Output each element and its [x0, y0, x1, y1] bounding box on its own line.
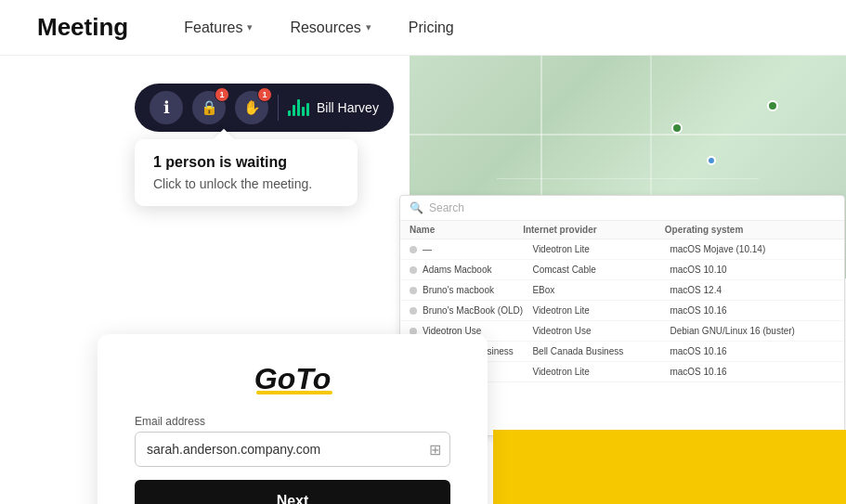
nav-pricing[interactable]: Pricing — [409, 19, 454, 36]
device-dot-icon — [410, 246, 417, 253]
lock-badge: 1 — [215, 87, 229, 102]
device-dot-icon — [410, 307, 417, 315]
toolbar-divider — [278, 95, 279, 121]
table-row: — Videotron Lite macOS Mojave (10.14) — [400, 239, 844, 260]
lock-button[interactable]: 🔒 1 — [192, 91, 226, 124]
audio-bars-icon — [288, 99, 309, 116]
lock-icon: 🔒 — [201, 99, 218, 116]
features-chevron-icon: ▾ — [247, 21, 253, 33]
email-icon: ⊞ — [429, 441, 441, 459]
nav-pricing-label: Pricing — [409, 19, 454, 36]
table-row: Adams Macbook Comcast Cable macOS 10.10 — [400, 260, 844, 280]
table-search-bar[interactable]: 🔍 Search — [400, 196, 844, 221]
audio-indicator: Bill Harvey — [288, 99, 379, 116]
table-header: Name Internet provider Operating system — [400, 221, 844, 239]
device-dot-icon — [410, 287, 417, 294]
navigation: Meeting Features ▾ Resources ▾ Pricing — [0, 0, 846, 56]
col-header-internet: Internet provider — [523, 225, 665, 235]
nav-links: Features ▾ Resources ▾ Pricing — [184, 19, 454, 36]
goto-logo: GoTo — [135, 362, 450, 396]
col-header-name: Name — [410, 225, 523, 235]
raise-hand-button[interactable]: ✋ 1 — [235, 91, 268, 124]
yellow-accent-bg — [493, 430, 846, 504]
info-button[interactable]: ℹ — [150, 91, 183, 124]
nav-features[interactable]: Features ▾ — [184, 19, 253, 36]
waiting-tooltip[interactable]: 1 person is waiting Click to unlock the … — [135, 139, 358, 206]
hand-icon: ✋ — [243, 99, 261, 116]
col-header-os: Operating system — [665, 225, 835, 235]
content-area: 🔍 Search Name Internet provider Operatin… — [0, 56, 846, 504]
meeting-toolbar: ℹ 🔒 1 ✋ 1 Bill Harvey — [135, 84, 394, 132]
table-row: Bruno's MacBook (OLD) Videotron Lite mac… — [400, 301, 844, 321]
tooltip-subtitle: Click to unlock the meeting. — [153, 176, 339, 191]
email-input-wrapper: ⊞ — [135, 432, 450, 467]
user-name-label: Bill Harvey — [317, 100, 379, 115]
info-icon: ℹ — [163, 97, 170, 118]
nav-features-label: Features — [184, 19, 242, 36]
table-row: Bruno's macbook EBox macOS 12.4 — [400, 280, 844, 301]
next-button[interactable]: Next — [135, 480, 450, 504]
search-icon: 🔍 — [410, 201, 423, 214]
tooltip-title: 1 person is waiting — [153, 154, 339, 171]
search-placeholder: Search — [429, 201, 464, 214]
nav-resources[interactable]: Resources ▾ — [290, 19, 371, 36]
resources-chevron-icon: ▾ — [366, 21, 371, 33]
goto-logo-text: GoTo — [254, 362, 331, 396]
login-card: GoTo Email address ⊞ Next Keep me signed… — [98, 334, 488, 504]
site-logo: Meeting — [37, 13, 128, 42]
device-dot-icon — [410, 266, 417, 274]
email-input[interactable] — [135, 432, 450, 467]
hand-badge: 1 — [257, 87, 272, 102]
nav-resources-label: Resources — [290, 19, 360, 36]
email-label: Email address — [135, 415, 450, 428]
